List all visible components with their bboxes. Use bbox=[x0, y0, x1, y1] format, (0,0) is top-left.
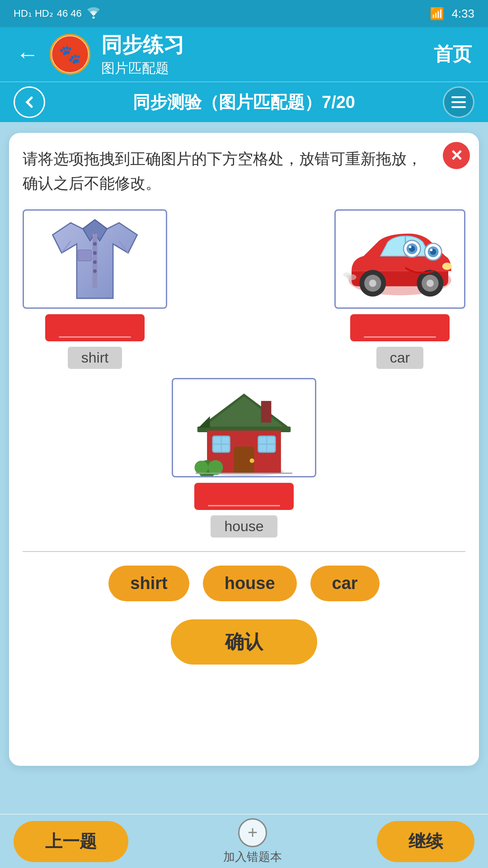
image-item-shirt: shirt bbox=[23, 209, 167, 369]
confirm-button-wrap: 确认 bbox=[23, 619, 465, 665]
svg-point-6 bbox=[93, 260, 97, 264]
svg-point-29 bbox=[343, 272, 350, 277]
instructions-text: 请将选项拖拽到正确图片的下方空格处，放错可重新拖放，确认之后不能修改。 bbox=[23, 146, 465, 196]
house-illustration bbox=[173, 379, 315, 476]
signal-icon: HD₁ HD₂ bbox=[14, 8, 53, 19]
svg-rect-8 bbox=[78, 250, 91, 261]
logo-paw-icon: 🐾 bbox=[59, 44, 81, 65]
close-button[interactable]: ✕ bbox=[443, 142, 470, 169]
status-left: HD₁ HD₂ 46 46 bbox=[14, 6, 102, 22]
word-label-car: car bbox=[376, 347, 423, 369]
image-box-car bbox=[334, 209, 465, 309]
svg-point-37 bbox=[250, 458, 254, 463]
shirt-illustration bbox=[24, 211, 166, 307]
nav-menu-button[interactable] bbox=[443, 86, 474, 118]
nav-back-button[interactable] bbox=[14, 86, 45, 118]
header-back-button[interactable]: ← bbox=[16, 41, 39, 67]
app-header: ← 🐾 同步练习 图片匹配题 首页 bbox=[0, 27, 488, 81]
image-item-car: car bbox=[334, 209, 465, 369]
choice-shirt[interactable]: shirt bbox=[108, 566, 189, 601]
prev-button[interactable]: 上一题 bbox=[14, 821, 128, 862]
svg-point-5 bbox=[93, 251, 97, 255]
confirm-button[interactable]: 确认 bbox=[171, 619, 317, 665]
image-box-house bbox=[172, 378, 316, 477]
wifi-icon bbox=[85, 6, 102, 22]
top-images-row: shirt bbox=[23, 209, 465, 369]
hamburger-icon bbox=[451, 96, 466, 108]
svg-marker-34 bbox=[198, 416, 210, 428]
svg-rect-44 bbox=[261, 401, 272, 423]
answer-slot-line bbox=[364, 336, 436, 338]
svg-point-0 bbox=[92, 16, 94, 19]
app-subtitle: 图片匹配题 bbox=[101, 59, 184, 78]
svg-point-47 bbox=[194, 461, 208, 474]
svg-marker-32 bbox=[203, 396, 285, 428]
status-right: 📶 4:33 bbox=[430, 7, 474, 21]
nav-title: 同步测验（图片匹配题）7/20 bbox=[133, 91, 355, 114]
answer-slot-line bbox=[208, 505, 280, 506]
answer-slot-line bbox=[59, 336, 131, 338]
svg-point-19 bbox=[442, 263, 452, 270]
bottom-bar: 上一题 + 加入错题本 继续 bbox=[0, 814, 488, 868]
time-display: 4:33 bbox=[451, 7, 474, 21]
app-logo: 🐾 bbox=[50, 34, 90, 75]
car-illustration bbox=[336, 211, 464, 307]
word-choices: shirt house car bbox=[23, 566, 465, 601]
add-to-mistakes[interactable]: + 加入错题本 bbox=[223, 818, 282, 865]
header-left: ← 🐾 同步练习 图片匹配题 bbox=[16, 31, 184, 78]
4g-icon: 46 46 bbox=[57, 8, 82, 19]
word-label-house: house bbox=[211, 515, 277, 538]
center-image-row: house bbox=[23, 378, 465, 538]
home-button[interactable]: 首页 bbox=[434, 42, 472, 67]
nav-bar: 同步测验（图片匹配题）7/20 bbox=[0, 81, 488, 122]
answer-slot-car[interactable] bbox=[350, 314, 450, 341]
image-item-house: house bbox=[172, 378, 316, 538]
image-box-shirt bbox=[23, 209, 167, 309]
next-button[interactable]: 继续 bbox=[377, 821, 474, 862]
answer-slot-house[interactable] bbox=[194, 483, 294, 510]
header-title: 同步练习 图片匹配题 bbox=[101, 31, 184, 78]
close-icon: ✕ bbox=[450, 146, 463, 165]
choice-house[interactable]: house bbox=[203, 566, 297, 601]
bluetooth-icon: 📶 bbox=[430, 7, 444, 21]
svg-point-18 bbox=[427, 279, 434, 287]
add-label: 加入错题本 bbox=[223, 849, 282, 865]
answer-slot-shirt[interactable] bbox=[45, 314, 145, 341]
plus-icon: + bbox=[248, 823, 258, 842]
svg-point-15 bbox=[369, 279, 376, 287]
content-card: ✕ 请将选项拖拽到正确图片的下方空格处，放错可重新拖放，确认之后不能修改。 bbox=[9, 133, 479, 766]
svg-point-4 bbox=[93, 242, 97, 245]
app-name: 同步练习 bbox=[101, 31, 184, 59]
add-icon[interactable]: + bbox=[238, 818, 267, 847]
status-bar: HD₁ HD₂ 46 46 📶 4:33 bbox=[0, 0, 488, 27]
svg-point-27 bbox=[409, 245, 411, 248]
divider bbox=[23, 551, 465, 552]
svg-point-7 bbox=[93, 269, 97, 273]
word-label-shirt: shirt bbox=[68, 347, 122, 369]
svg-point-23 bbox=[430, 249, 432, 251]
choice-car[interactable]: car bbox=[310, 566, 380, 601]
